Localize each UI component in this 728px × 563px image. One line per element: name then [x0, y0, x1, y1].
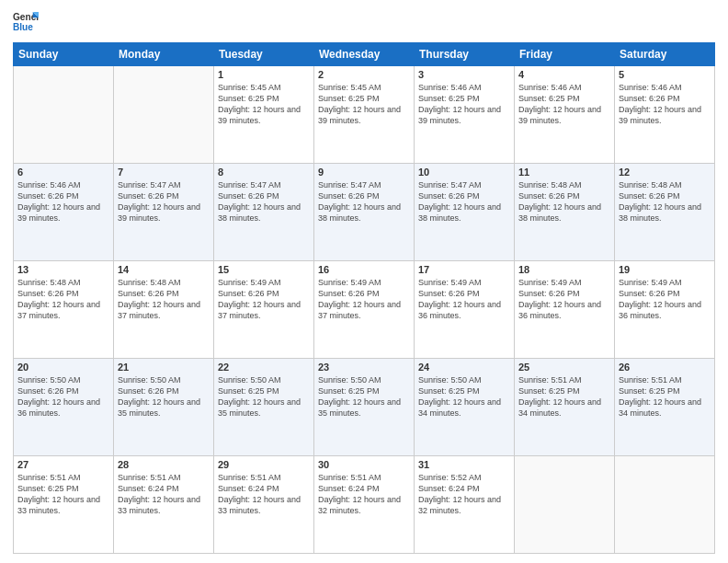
- calendar-cell: 29Sunrise: 5:51 AM Sunset: 6:24 PM Dayli…: [214, 456, 314, 554]
- calendar-cell: 5Sunrise: 5:46 AM Sunset: 6:26 PM Daylig…: [615, 66, 715, 164]
- day-number: 27: [17, 459, 109, 470]
- calendar-cell: 8Sunrise: 5:47 AM Sunset: 6:26 PM Daylig…: [214, 164, 314, 261]
- day-number: 17: [418, 264, 510, 275]
- calendar-cell: 7Sunrise: 5:47 AM Sunset: 6:26 PM Daylig…: [114, 164, 214, 261]
- calendar-cell: 17Sunrise: 5:49 AM Sunset: 6:26 PM Dayli…: [415, 261, 515, 359]
- day-number: 31: [418, 459, 510, 470]
- day-info: Sunrise: 5:51 AM Sunset: 6:24 PM Dayligh…: [218, 472, 310, 517]
- day-info: Sunrise: 5:50 AM Sunset: 6:25 PM Dayligh…: [318, 374, 410, 419]
- day-info: Sunrise: 5:45 AM Sunset: 6:25 PM Dayligh…: [318, 82, 410, 127]
- day-number: 18: [518, 264, 610, 275]
- day-info: Sunrise: 5:48 AM Sunset: 6:26 PM Dayligh…: [619, 179, 711, 224]
- day-number: 11: [518, 167, 610, 178]
- day-info: Sunrise: 5:47 AM Sunset: 6:26 PM Dayligh…: [418, 179, 510, 224]
- day-info: Sunrise: 5:45 AM Sunset: 6:25 PM Dayligh…: [218, 82, 310, 127]
- calendar-cell: 4Sunrise: 5:46 AM Sunset: 6:25 PM Daylig…: [515, 66, 615, 164]
- day-info: Sunrise: 5:51 AM Sunset: 6:25 PM Dayligh…: [619, 374, 711, 419]
- calendar-cell: 9Sunrise: 5:47 AM Sunset: 6:26 PM Daylig…: [314, 164, 415, 261]
- day-info: Sunrise: 5:50 AM Sunset: 6:25 PM Dayligh…: [418, 374, 510, 419]
- calendar-cell: 24Sunrise: 5:50 AM Sunset: 6:25 PM Dayli…: [415, 359, 515, 456]
- calendar-cell: 16Sunrise: 5:49 AM Sunset: 6:26 PM Dayli…: [314, 261, 415, 359]
- day-info: Sunrise: 5:48 AM Sunset: 6:26 PM Dayligh…: [518, 179, 610, 224]
- logo: General Blue: [13, 9, 39, 35]
- weekday-sunday: Sunday: [14, 43, 114, 66]
- calendar-table: SundayMondayTuesdayWednesdayThursdayFrid…: [13, 42, 715, 554]
- day-number: 9: [318, 167, 410, 178]
- day-info: Sunrise: 5:51 AM Sunset: 6:25 PM Dayligh…: [17, 472, 109, 517]
- day-info: Sunrise: 5:46 AM Sunset: 6:26 PM Dayligh…: [17, 179, 109, 224]
- calendar-cell: 12Sunrise: 5:48 AM Sunset: 6:26 PM Dayli…: [615, 164, 715, 261]
- day-number: 12: [619, 167, 711, 178]
- logo-icon: General Blue: [13, 9, 39, 35]
- calendar-cell: 10Sunrise: 5:47 AM Sunset: 6:26 PM Dayli…: [415, 164, 515, 261]
- calendar-week-row: 27Sunrise: 5:51 AM Sunset: 6:25 PM Dayli…: [14, 456, 715, 554]
- calendar-cell: 6Sunrise: 5:46 AM Sunset: 6:26 PM Daylig…: [14, 164, 114, 261]
- weekday-wednesday: Wednesday: [314, 43, 415, 66]
- weekday-header-row: SundayMondayTuesdayWednesdayThursdayFrid…: [14, 43, 715, 66]
- day-info: Sunrise: 5:46 AM Sunset: 6:26 PM Dayligh…: [619, 82, 711, 127]
- day-info: Sunrise: 5:47 AM Sunset: 6:26 PM Dayligh…: [118, 179, 210, 224]
- weekday-friday: Friday: [515, 43, 615, 66]
- calendar-cell: 28Sunrise: 5:51 AM Sunset: 6:24 PM Dayli…: [114, 456, 214, 554]
- day-info: Sunrise: 5:49 AM Sunset: 6:26 PM Dayligh…: [619, 277, 711, 322]
- calendar-week-row: 1Sunrise: 5:45 AM Sunset: 6:25 PM Daylig…: [14, 66, 715, 164]
- calendar-cell: 22Sunrise: 5:50 AM Sunset: 6:25 PM Dayli…: [214, 359, 314, 456]
- calendar-cell: 20Sunrise: 5:50 AM Sunset: 6:26 PM Dayli…: [14, 359, 114, 456]
- day-number: 2: [318, 69, 410, 80]
- day-info: Sunrise: 5:47 AM Sunset: 6:26 PM Dayligh…: [218, 179, 310, 224]
- day-number: 15: [218, 264, 310, 275]
- day-number: 19: [619, 264, 711, 275]
- day-info: Sunrise: 5:49 AM Sunset: 6:26 PM Dayligh…: [218, 277, 310, 322]
- day-info: Sunrise: 5:49 AM Sunset: 6:26 PM Dayligh…: [318, 277, 410, 322]
- calendar-cell: 15Sunrise: 5:49 AM Sunset: 6:26 PM Dayli…: [214, 261, 314, 359]
- calendar-cell: 13Sunrise: 5:48 AM Sunset: 6:26 PM Dayli…: [14, 261, 114, 359]
- calendar-cell: 21Sunrise: 5:50 AM Sunset: 6:26 PM Dayli…: [114, 359, 214, 456]
- calendar-cell: [615, 456, 715, 554]
- day-info: Sunrise: 5:51 AM Sunset: 6:24 PM Dayligh…: [318, 472, 410, 517]
- calendar-cell: 23Sunrise: 5:50 AM Sunset: 6:25 PM Dayli…: [314, 359, 415, 456]
- day-number: 30: [318, 459, 410, 470]
- day-number: 13: [17, 264, 109, 275]
- day-number: 4: [518, 69, 610, 80]
- day-number: 21: [118, 362, 210, 373]
- day-number: 22: [218, 362, 310, 373]
- calendar-cell: 14Sunrise: 5:48 AM Sunset: 6:26 PM Dayli…: [114, 261, 214, 359]
- day-info: Sunrise: 5:50 AM Sunset: 6:26 PM Dayligh…: [118, 374, 210, 419]
- day-number: 5: [619, 69, 711, 80]
- day-info: Sunrise: 5:52 AM Sunset: 6:24 PM Dayligh…: [418, 472, 510, 517]
- weekday-saturday: Saturday: [615, 43, 715, 66]
- calendar-cell: 18Sunrise: 5:49 AM Sunset: 6:26 PM Dayli…: [515, 261, 615, 359]
- calendar-cell: 1Sunrise: 5:45 AM Sunset: 6:25 PM Daylig…: [214, 66, 314, 164]
- day-number: 3: [418, 69, 510, 80]
- header: General Blue: [13, 9, 715, 35]
- day-info: Sunrise: 5:46 AM Sunset: 6:25 PM Dayligh…: [418, 82, 510, 127]
- day-number: 10: [418, 167, 510, 178]
- day-number: 14: [118, 264, 210, 275]
- calendar-cell: 27Sunrise: 5:51 AM Sunset: 6:25 PM Dayli…: [14, 456, 114, 554]
- calendar-cell: [14, 66, 114, 164]
- day-number: 26: [619, 362, 711, 373]
- day-number: 25: [518, 362, 610, 373]
- weekday-tuesday: Tuesday: [214, 43, 314, 66]
- calendar-cell: 11Sunrise: 5:48 AM Sunset: 6:26 PM Dayli…: [515, 164, 615, 261]
- calendar-week-row: 13Sunrise: 5:48 AM Sunset: 6:26 PM Dayli…: [14, 261, 715, 359]
- day-number: 29: [218, 459, 310, 470]
- calendar-cell: 3Sunrise: 5:46 AM Sunset: 6:25 PM Daylig…: [415, 66, 515, 164]
- day-number: 16: [318, 264, 410, 275]
- day-number: 7: [118, 167, 210, 178]
- calendar-week-row: 20Sunrise: 5:50 AM Sunset: 6:26 PM Dayli…: [14, 359, 715, 456]
- day-info: Sunrise: 5:51 AM Sunset: 6:24 PM Dayligh…: [118, 472, 210, 517]
- day-info: Sunrise: 5:48 AM Sunset: 6:26 PM Dayligh…: [118, 277, 210, 322]
- day-info: Sunrise: 5:46 AM Sunset: 6:25 PM Dayligh…: [518, 82, 610, 127]
- calendar-cell: 30Sunrise: 5:51 AM Sunset: 6:24 PM Dayli…: [314, 456, 415, 554]
- weekday-monday: Monday: [114, 43, 214, 66]
- day-info: Sunrise: 5:50 AM Sunset: 6:26 PM Dayligh…: [17, 374, 109, 419]
- calendar-cell: 26Sunrise: 5:51 AM Sunset: 6:25 PM Dayli…: [615, 359, 715, 456]
- svg-text:Blue: Blue: [13, 22, 33, 32]
- day-number: 28: [118, 459, 210, 470]
- day-number: 1: [218, 69, 310, 80]
- day-info: Sunrise: 5:51 AM Sunset: 6:25 PM Dayligh…: [518, 374, 610, 419]
- calendar-cell: 2Sunrise: 5:45 AM Sunset: 6:25 PM Daylig…: [314, 66, 415, 164]
- page: General Blue SundayMondayTuesdayWednesda…: [0, 0, 728, 563]
- calendar-cell: 25Sunrise: 5:51 AM Sunset: 6:25 PM Dayli…: [515, 359, 615, 456]
